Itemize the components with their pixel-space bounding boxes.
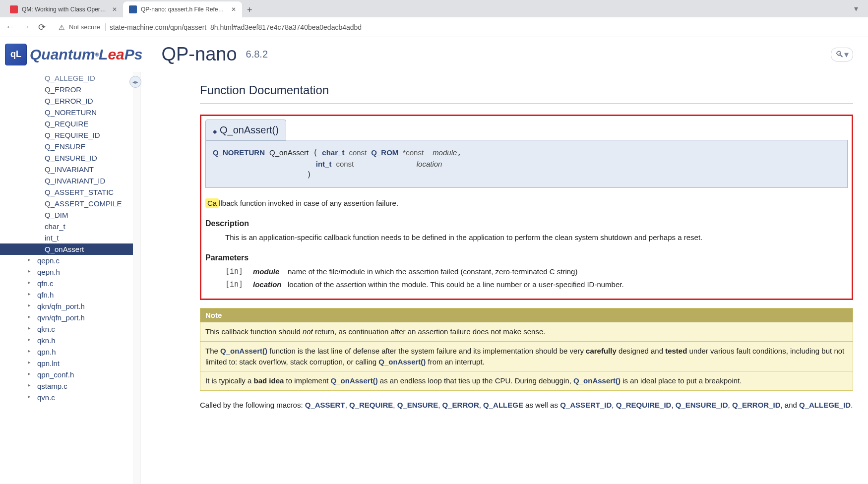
new-tab-button[interactable]: + bbox=[242, 3, 257, 17]
note-row: It is typically a bad idea to implement … bbox=[200, 371, 853, 390]
nav-item[interactable]: Q_ALLEGE_ID bbox=[0, 74, 133, 84]
section-heading: Function Documentation bbox=[200, 82, 853, 104]
security-label: Not secure bbox=[69, 23, 106, 31]
nav-file[interactable]: qvn/qfn_port.h bbox=[0, 312, 133, 323]
nav-item[interactable]: Q_NORETURN bbox=[0, 107, 133, 118]
sidebar: ◂▸ Q_ALLEGE_ID Q_ERROR Q_ERROR_ID Q_NORE… bbox=[0, 72, 140, 484]
description-heading: Description bbox=[205, 218, 848, 229]
nav-item[interactable]: Q_ERROR bbox=[0, 84, 133, 95]
nav-tree[interactable]: Q_ALLEGE_ID Q_ERROR Q_ERROR_ID Q_NORETUR… bbox=[0, 72, 133, 484]
called-by: Called by the following macros: Q_ASSERT… bbox=[200, 400, 853, 411]
nav-file[interactable]: qepn.h bbox=[0, 266, 133, 278]
function-detail-box: ◆Q_onAssert() Q_NORETURN Q_onAssert ( ch… bbox=[200, 115, 853, 301]
nav-item[interactable]: Q_REQUIRE_ID bbox=[0, 129, 133, 141]
nav-file[interactable]: qvn.c bbox=[0, 392, 133, 403]
nav-file[interactable]: qkn.h bbox=[0, 335, 133, 346]
macro-link[interactable]: Q_ENSURE bbox=[397, 401, 438, 409]
security-warning-icon: ⚠ bbox=[59, 23, 65, 31]
nav-file[interactable]: qkn.c bbox=[0, 323, 133, 335]
nav-item[interactable]: Q_INVARIANT_ID bbox=[0, 175, 133, 186]
browser-tabstrip: QM: Working with Class Operati… ✕ QP-nan… bbox=[0, 0, 868, 17]
note-title: Note bbox=[200, 308, 853, 322]
favicon-icon bbox=[10, 5, 18, 13]
fn-link[interactable]: Q_onAssert() bbox=[573, 376, 620, 385]
nav-file[interactable]: qpn.h bbox=[0, 346, 133, 358]
logo[interactable]: qL Quantum®LeaPs bbox=[5, 44, 142, 65]
close-icon[interactable]: ✕ bbox=[231, 6, 236, 13]
diamond-icon: ◆ bbox=[213, 128, 217, 134]
parameters-table: [in] module name of the file/module in w… bbox=[225, 266, 848, 290]
nav-file[interactable]: qpn.lnt bbox=[0, 358, 133, 369]
project-version: 6.8.2 bbox=[246, 49, 268, 60]
project-title: QP-nano bbox=[161, 44, 237, 65]
brief-description: Callback function invoked in case of any… bbox=[205, 198, 848, 209]
logo-text: Quantum®LeaPs bbox=[30, 46, 142, 63]
tab-title: QM: Working with Class Operati… bbox=[22, 6, 106, 13]
param-row: [in] module name of the file/module in w… bbox=[225, 266, 848, 277]
browser-addressbar: ← → ⟳ ⚠ Not secure state-machine.com/qpn… bbox=[0, 17, 868, 37]
nav-item[interactable]: char_t bbox=[0, 221, 133, 232]
fn-link[interactable]: Q_onAssert() bbox=[378, 358, 426, 366]
reload-button[interactable]: ⟳ bbox=[37, 22, 47, 32]
description-body: This is an application-specific callback… bbox=[225, 232, 848, 243]
back-button[interactable]: ← bbox=[5, 22, 15, 32]
macro-link[interactable]: Q_ALLEGE_ID bbox=[799, 401, 851, 409]
nav-file[interactable]: qkn/qfn_port.h bbox=[0, 301, 133, 312]
function-name-tab[interactable]: ◆Q_onAssert() bbox=[205, 120, 286, 141]
logo-icon: qL bbox=[5, 44, 27, 65]
macro-link[interactable]: Q_ASSERT_ID bbox=[560, 401, 612, 409]
search-icon[interactable]: 🔍︎▾ bbox=[831, 48, 853, 61]
nav-file[interactable]: qpn_conf.h bbox=[0, 369, 133, 380]
note-row: The Q_onAssert() function is the last li… bbox=[200, 342, 853, 372]
close-icon[interactable]: ✕ bbox=[112, 6, 117, 13]
macro-link[interactable]: Q_ASSERT bbox=[305, 401, 345, 409]
nav-item[interactable]: Q_REQUIRE bbox=[0, 118, 133, 129]
favicon-icon bbox=[129, 5, 137, 13]
url-text: state-machine.com/qpn/qassert_8h.html#ad… bbox=[110, 23, 362, 31]
nav-item[interactable]: Q_ERROR_ID bbox=[0, 95, 133, 107]
function-signature: Q_NORETURN Q_onAssert ( char_t const Q_R… bbox=[205, 140, 848, 188]
doc-header: qL Quantum®LeaPs QP-nano 6.8.2 🔍︎▾ bbox=[0, 37, 868, 72]
nav-file[interactable]: qepn.c bbox=[0, 255, 133, 266]
param-row: [in] location location of the assertion … bbox=[225, 279, 848, 290]
macro-link[interactable]: Q_ERROR_ID bbox=[732, 401, 781, 409]
nav-item[interactable]: Q_ENSURE_ID bbox=[0, 152, 133, 164]
macro-link[interactable]: Q_ALLEGE bbox=[483, 401, 523, 409]
url-input[interactable]: ⚠ Not secure state-machine.com/qpn/qasse… bbox=[53, 21, 863, 33]
forward-button[interactable]: → bbox=[21, 22, 31, 32]
macro-link[interactable]: Q_ERROR bbox=[442, 401, 479, 409]
browser-tab-0[interactable]: QM: Working with Class Operati… ✕ bbox=[4, 1, 123, 17]
nav-item[interactable]: Q_ASSERT_COMPILE bbox=[0, 198, 133, 209]
nav-item[interactable]: Q_ENSURE bbox=[0, 141, 133, 152]
nav-item[interactable]: int_t bbox=[0, 232, 133, 243]
fn-link[interactable]: Q_onAssert() bbox=[220, 347, 267, 355]
fn-link[interactable]: Q_onAssert() bbox=[331, 376, 378, 385]
macro-link[interactable]: Q_REQUIRE_ID bbox=[616, 401, 672, 409]
main-content[interactable]: Function Documentation ◆Q_onAssert() Q_N… bbox=[140, 72, 868, 484]
nav-file[interactable]: qfn.c bbox=[0, 278, 133, 289]
note-row: This callback function should not return… bbox=[200, 322, 853, 342]
nav-item[interactable]: Q_INVARIANT bbox=[0, 164, 133, 175]
nav-file[interactable]: qstamp.c bbox=[0, 380, 133, 392]
macro-link[interactable]: Q_REQUIRE bbox=[349, 401, 393, 409]
tab-title: QP-nano: qassert.h File Referenc… bbox=[141, 6, 225, 13]
nav-item-active[interactable]: Q_onAssert bbox=[0, 243, 133, 255]
browser-tab-1[interactable]: QP-nano: qassert.h File Referenc… ✕ bbox=[123, 1, 242, 17]
macro-link[interactable]: Q_ENSURE_ID bbox=[676, 401, 728, 409]
nav-file[interactable]: qfn.h bbox=[0, 289, 133, 301]
nav-item[interactable]: Q_DIM bbox=[0, 209, 133, 221]
note-box: Note This callback function should not r… bbox=[200, 308, 853, 391]
highlight-marker: Ca bbox=[205, 198, 219, 208]
parameters-heading: Parameters bbox=[205, 252, 848, 263]
window-controls-icon[interactable]: ▾ bbox=[854, 4, 858, 13]
nav-item[interactable]: Q_ASSERT_STATIC bbox=[0, 186, 133, 198]
